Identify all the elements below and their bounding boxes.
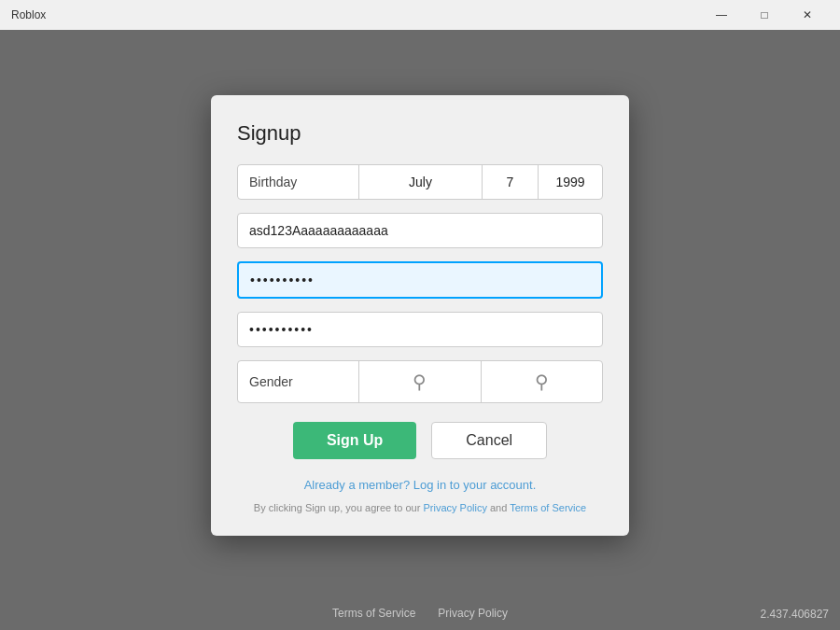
birthday-month-selector[interactable]: July xyxy=(359,165,483,199)
terms-prefix: By clicking Sign up, you agree to our xyxy=(254,502,424,513)
birthday-row: Birthday July 7 1999 xyxy=(237,164,603,200)
signup-dialog: Signup Birthday July 7 1999 Gender ⚲ ⚲ S… xyxy=(211,95,629,536)
tos-link[interactable]: Terms of Service xyxy=(510,502,586,513)
login-link[interactable]: Already a member? Log in to your account… xyxy=(304,478,537,492)
window-controls: — □ ✕ xyxy=(700,0,829,30)
terms-and: and xyxy=(490,502,510,513)
signup-button[interactable]: Sign Up xyxy=(293,422,416,459)
action-buttons: Sign Up Cancel xyxy=(237,422,603,459)
footer-tos-link[interactable]: Terms of Service xyxy=(332,607,415,620)
login-link-row: Already a member? Log in to your account… xyxy=(237,476,603,493)
close-button[interactable]: ✕ xyxy=(786,0,829,30)
terms-row: By clicking Sign up, you agree to our Pr… xyxy=(237,502,603,513)
cancel-button[interactable]: Cancel xyxy=(431,422,547,459)
minimize-button[interactable]: — xyxy=(700,0,743,30)
gender-label: Gender xyxy=(238,361,359,402)
confirm-password-input[interactable] xyxy=(237,312,603,347)
password-input[interactable] xyxy=(237,261,603,299)
username-input[interactable] xyxy=(237,213,603,248)
maximize-button[interactable]: □ xyxy=(743,0,786,30)
version-label: 2.437.406827 xyxy=(761,608,829,621)
male-icon: ⚲ xyxy=(413,371,427,393)
gender-male-button[interactable]: ⚲ xyxy=(359,361,482,402)
title-bar: Roblox — □ ✕ xyxy=(0,0,840,30)
footer-privacy-link[interactable]: Privacy Policy xyxy=(438,607,508,620)
gender-female-button[interactable]: ⚲ xyxy=(482,361,603,402)
privacy-policy-link[interactable]: Privacy Policy xyxy=(423,502,486,513)
dialog-title: Signup xyxy=(237,121,603,146)
female-icon: ⚲ xyxy=(535,371,549,393)
gender-row: Gender ⚲ ⚲ xyxy=(237,360,603,403)
birthday-day-selector[interactable]: 7 xyxy=(483,165,539,199)
birthday-year-selector[interactable]: 1999 xyxy=(539,165,602,199)
app-title: Roblox xyxy=(11,8,700,21)
footer: Terms of Service Privacy Policy 2.437.40… xyxy=(0,596,840,630)
birthday-label: Birthday xyxy=(238,165,359,199)
